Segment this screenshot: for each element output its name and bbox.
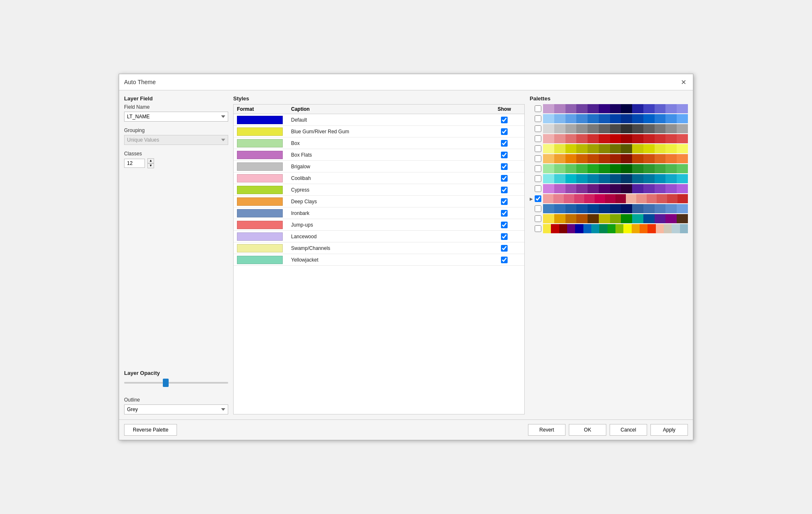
palette-colors[interactable] — [543, 204, 688, 213]
color-swatch[interactable] — [237, 232, 283, 241]
classes-input[interactable] — [124, 159, 145, 168]
palette-color-block — [610, 214, 621, 223]
palette-colors[interactable] — [543, 194, 688, 203]
color-swatch[interactable] — [237, 151, 283, 159]
palette-checkbox[interactable] — [535, 155, 541, 162]
show-checkbox[interactable] — [501, 152, 508, 158]
palette-color-block — [677, 124, 688, 133]
show-checkbox[interactable] — [501, 222, 508, 228]
palette-checkbox[interactable] — [535, 195, 541, 202]
palette-color-block — [621, 184, 632, 193]
format-cell — [237, 197, 291, 206]
caption-cell: Ironbark — [291, 210, 488, 216]
palettes-title: Palettes — [530, 95, 688, 102]
palette-checkbox[interactable] — [535, 165, 541, 172]
palette-checkbox[interactable] — [535, 225, 541, 232]
grouping-select[interactable]: Unique Values — [124, 135, 228, 145]
field-name-select[interactable]: LT_NAME — [124, 112, 228, 122]
show-checkbox[interactable] — [501, 175, 508, 182]
palette-checkbox[interactable] — [535, 105, 541, 112]
format-cell — [237, 221, 291, 229]
palette-checkbox[interactable] — [535, 175, 541, 182]
show-checkbox[interactable] — [501, 245, 508, 252]
classes-increment[interactable]: ▲ — [147, 158, 154, 163]
palette-color-block — [588, 184, 599, 193]
palette-checkbox[interactable] — [535, 145, 541, 152]
palette-checkbox[interactable] — [535, 215, 541, 222]
ok-button[interactable]: OK — [569, 424, 606, 436]
palette-color-block — [677, 154, 688, 163]
classes-section: Classes ▲ ▼ — [124, 151, 228, 168]
palette-color-block — [643, 134, 655, 143]
palette-colors[interactable] — [543, 214, 688, 223]
palette-color-block — [543, 154, 554, 163]
show-checkbox[interactable] — [501, 128, 508, 135]
opacity-slider-container[interactable] — [124, 379, 228, 387]
show-checkbox[interactable] — [501, 257, 508, 263]
outline-select[interactable]: Grey — [124, 404, 228, 414]
palette-color-block — [677, 214, 688, 223]
show-checkbox[interactable] — [501, 140, 508, 147]
color-swatch[interactable] — [237, 174, 283, 182]
color-swatch[interactable] — [237, 127, 283, 136]
show-checkbox[interactable] — [501, 117, 508, 123]
show-checkbox[interactable] — [501, 187, 508, 193]
palette-checkbox[interactable] — [535, 135, 541, 142]
show-checkbox[interactable] — [501, 163, 508, 170]
revert-button[interactable]: Revert — [528, 424, 565, 436]
reverse-palette-button[interactable]: Reverse Palette — [124, 424, 177, 436]
table-row: Cypress — [234, 184, 524, 196]
palette-color-block — [565, 214, 577, 223]
slider-thumb[interactable] — [163, 379, 169, 387]
color-swatch[interactable] — [237, 186, 283, 194]
palette-color-block — [632, 114, 643, 123]
apply-button[interactable]: Apply — [650, 424, 688, 436]
palette-color-block — [643, 204, 655, 213]
color-swatch[interactable] — [237, 116, 283, 124]
palette-colors[interactable] — [543, 184, 688, 193]
color-swatch[interactable] — [237, 209, 283, 217]
palette-colors[interactable] — [543, 144, 688, 153]
palette-color-block — [565, 164, 577, 173]
palette-color-block — [610, 144, 621, 153]
format-cell — [237, 174, 291, 182]
color-swatch[interactable] — [237, 197, 283, 206]
palette-colors[interactable] — [543, 134, 688, 143]
palette-checkbox[interactable] — [535, 185, 541, 192]
palette-color-block — [655, 144, 666, 153]
palette-colors[interactable] — [543, 114, 688, 123]
palette-color-block — [621, 144, 632, 153]
palette-checkbox[interactable] — [535, 205, 541, 212]
color-swatch[interactable] — [237, 256, 283, 264]
close-button[interactable]: ✕ — [679, 77, 688, 87]
show-checkbox[interactable] — [501, 198, 508, 205]
palette-colors[interactable] — [543, 224, 688, 233]
palette-color-block — [610, 164, 621, 173]
palette-colors[interactable] — [543, 104, 688, 113]
grouping-label: Grouping — [124, 127, 228, 133]
show-checkbox[interactable] — [501, 233, 508, 240]
palette-color-block — [664, 224, 672, 233]
classes-decrement[interactable]: ▼ — [147, 163, 154, 168]
palette-colors[interactable] — [543, 154, 688, 163]
palette-color-block — [588, 144, 599, 153]
palette-color-block — [564, 194, 574, 203]
palette-color-block — [632, 224, 640, 233]
palette-colors[interactable] — [543, 124, 688, 133]
palette-checkbox[interactable] — [535, 125, 541, 132]
palette-checkbox[interactable] — [535, 115, 541, 122]
show-checkbox[interactable] — [501, 210, 508, 217]
palette-color-block — [621, 154, 632, 163]
color-swatch[interactable] — [237, 139, 283, 147]
palette-color-block — [583, 224, 591, 233]
format-cell — [237, 162, 291, 171]
palette-color-block — [655, 114, 666, 123]
palette-colors[interactable] — [543, 164, 688, 173]
color-swatch[interactable] — [237, 221, 283, 229]
palette-color-block — [554, 114, 565, 123]
color-swatch[interactable] — [237, 244, 283, 252]
cancel-button[interactable]: Cancel — [610, 424, 647, 436]
palette-colors[interactable] — [543, 174, 688, 183]
color-swatch[interactable] — [237, 162, 283, 171]
palette-color-block — [677, 134, 688, 143]
